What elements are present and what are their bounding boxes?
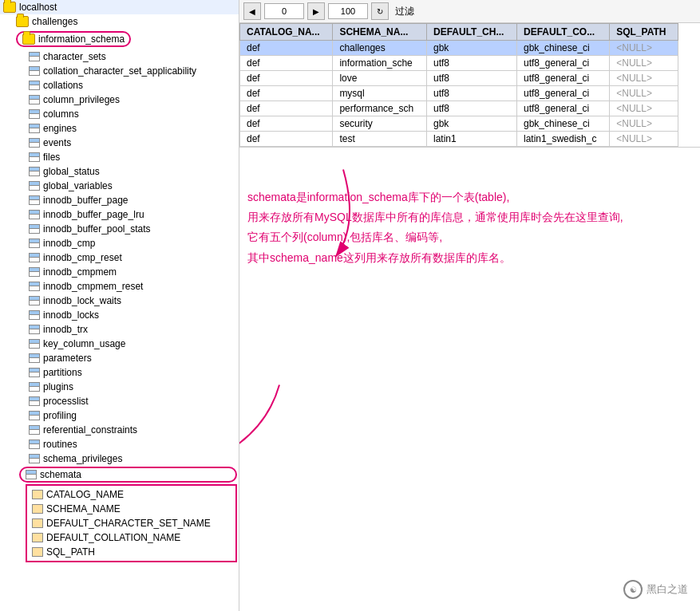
table-icon [29,210,40,219]
table-item[interactable]: collation_character_set_applicability [0,64,239,78]
table-cell: def [240,56,333,71]
table-cell: <NULL> [610,132,678,147]
table-label: collations [43,80,83,91]
table-item[interactable]: character_sets [0,49,239,64]
table-label: innodb_buffer_pool_stats [43,223,151,235]
annotation-line4: 其中schema_name这列用来存放所有数据库的库名。 [247,248,647,268]
table-icon [29,382,40,392]
tables-list: character_setscollation_character_set_ap… [0,49,239,562]
schemata-circle[interactable]: schemata [19,467,237,483]
column-row[interactable]: DEFAULT_CHARACTER_SET_NAME [29,516,234,530]
table-row[interactable]: definformation_scheutf8utf8_general_ci<N… [240,56,678,71]
page-number-input[interactable] [264,3,304,19]
column-name: DEFAULT_CHARACTER_SET_NAME [46,518,211,529]
table-icon [29,138,40,148]
column-row[interactable]: SCHEMA_NAME [29,502,234,516]
col-sql-path[interactable]: SQL_PATH [610,24,678,41]
table-label: character_sets [43,51,106,62]
table-cell: gbk [426,116,516,132]
table-item[interactable]: global_status [0,164,239,179]
page-size-input[interactable] [328,3,368,19]
table-item[interactable]: innodb_cmpmem [0,265,239,279]
column-name: CATALOG_NAME [46,489,124,500]
table-item[interactable]: innodb_trx [0,322,239,337]
annotation-line1: schemata是information_schema库下的一个表(table)… [247,187,647,207]
column-row[interactable]: CATALOG_NAME [29,487,234,502]
col-schema[interactable]: SCHEMA_NA... [333,24,427,41]
table-cell: love [333,71,427,86]
next-page-btn[interactable]: ▶ [307,2,325,20]
table-item[interactable]: innodb_buffer_page_lru [0,207,239,222]
table-label: partitions [43,367,82,378]
table-item[interactable]: columns [0,107,239,121]
column-row[interactable]: SQL_PATH [29,545,234,559]
table-row[interactable]: defmysqlutf8utf8_general_ci<NULL> [240,86,678,101]
table-row[interactable]: deftestlatin1latin1_swedish_c<NULL> [240,132,678,147]
table-item[interactable]: events [0,136,239,150]
table-item[interactable]: innodb_lock_waits [0,294,239,308]
challenges-db[interactable]: challenges [0,14,239,29]
sidebar[interactable]: localhost challenges information_schema … [0,0,239,611]
information-schema-db[interactable]: information_schema [0,30,239,48]
refresh-btn[interactable]: ↻ [371,2,389,20]
table-cell: gbk [426,41,516,56]
table-icon [29,224,40,234]
column-icon [32,490,43,499]
table-cell: mysql [333,86,427,101]
server-node[interactable]: localhost [0,0,239,14]
table-item[interactable]: innodb_cmpmem_reset [0,279,239,294]
table-label: referential_constraints [43,424,137,436]
right-panel: ◀ ▶ ↻ 过滤 CATALOG_NA... SCHEMA_NA... DEFA… [239,0,700,611]
table-label: innodb_lock_waits [43,295,121,306]
table-item[interactable]: referential_constraints [0,423,239,437]
table-row[interactable]: defloveutf8utf8_general_ci<NULL> [240,71,678,86]
table-item[interactable]: innodb_buffer_page [0,193,239,207]
information-schema-circle[interactable]: information_schema [16,31,131,47]
table-row[interactable]: defchallengesgbkgbk_chinese_ci<NULL> [240,41,678,56]
table-item[interactable]: engines [0,121,239,136]
table-item[interactable]: global_variables [0,179,239,193]
schemata-columns-box: CATALOG_NAMESCHEMA_NAMEDEFAULT_CHARACTER… [26,484,237,562]
table-row[interactable]: defsecuritygbkgbk_chinese_ci<NULL> [240,116,678,132]
table-item[interactable]: profiling [0,408,239,423]
table-item[interactable]: processlist [0,394,239,408]
column-name: SQL_PATH [46,546,95,558]
server-label: localhost [19,2,57,13]
table-icon [29,425,40,435]
data-table-container[interactable]: CATALOG_NA... SCHEMA_NA... DEFAULT_CH...… [239,23,700,148]
col-default-co[interactable]: DEFAULT_CO... [517,24,610,41]
table-item[interactable]: innodb_buffer_pool_stats [0,222,239,236]
table-cell: performance_sch [333,101,427,116]
col-catalog[interactable]: CATALOG_NA... [240,24,333,41]
table-item[interactable]: key_column_usage [0,337,239,351]
table-item[interactable]: innodb_cmp_reset [0,250,239,265]
table-icon [29,181,40,191]
table-item[interactable]: innodb_locks [0,308,239,322]
annotation-line3: 它有五个列(column),包括库名、编码等, [247,227,647,247]
table-item[interactable]: collations [0,78,239,93]
column-icon [32,518,43,528]
table-item[interactable]: column_privileges [0,93,239,107]
table-item[interactable]: files [0,150,239,164]
table-cell: utf8_general_ci [517,86,610,101]
col-default-ch[interactable]: DEFAULT_CH... [426,24,516,41]
table-cell: def [240,101,333,116]
table-icon [29,167,40,176]
table-item[interactable]: schema_privileges [0,451,239,466]
column-row[interactable]: DEFAULT_COLLATION_NAME [29,530,234,545]
table-cell: <NULL> [610,86,678,101]
table-icon [29,296,40,306]
table-cell: test [333,132,427,147]
table-cell: <NULL> [610,71,678,86]
table-item[interactable]: innodb_cmp [0,236,239,250]
table-label: innodb_cmp [43,238,95,249]
table-icon [29,454,40,463]
challenges-label: challenges [32,16,77,27]
table-row[interactable]: defperformance_schutf8utf8_general_ci<NU… [240,101,678,116]
prev-page-btn[interactable]: ◀ [243,2,261,20]
table-item[interactable]: plugins [0,380,239,394]
table-label: global_status [43,166,100,177]
table-item[interactable]: partitions [0,365,239,380]
table-item[interactable]: parameters [0,351,239,365]
table-item[interactable]: routines [0,437,239,451]
